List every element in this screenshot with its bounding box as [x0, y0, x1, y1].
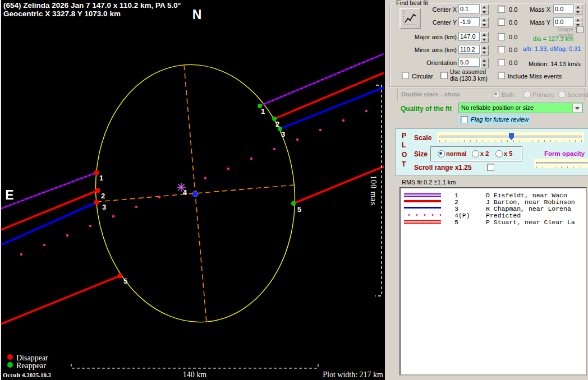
occultation-plot-canvas[interactable]: 1 2 3 5 1 2 3 5 4 (654) Zelinda 2026 Jan…: [1, 0, 385, 380]
minor-axis-label: Minor axis (km): [386, 47, 457, 53]
center-y-lock-checkbox[interactable]: [498, 18, 505, 26]
chord-list-row-3[interactable]: 3 R Chapman, near Lorena: [401, 205, 586, 212]
center-y-spinner[interactable]: [480, 17, 489, 27]
major-axis-spinner[interactable]: [480, 32, 489, 42]
control-panel: Find best fit Center X 0.0 Center Y 0.0 …: [385, 0, 588, 380]
chord-list[interactable]: 1 D Eisfeldt, near Waco 2 J Barton, near…: [399, 187, 587, 376]
mass-x-input[interactable]: [553, 4, 573, 13]
mass-x-spinner[interactable]: [574, 4, 582, 15]
plot-panel-letter-o: O: [402, 151, 407, 159]
shape-model-checkbox[interactable]: [576, 26, 584, 33]
size-x5-radio[interactable]: [495, 150, 503, 157]
plot-panel-letter-l: L: [402, 141, 406, 149]
scale-slider-ticks: [439, 140, 582, 142]
scale-slider-thumb[interactable]: [509, 133, 514, 140]
double-stars-group: Double stars - show Both Primary Seconda…: [397, 88, 585, 101]
quality-of-fit-dropdown[interactable]: No reliable position or size: [458, 103, 583, 113]
orientation-lock-checkbox[interactable]: [498, 59, 505, 66]
plot-width-label: Plot width: 217 km: [323, 370, 383, 379]
orientation-spinner[interactable]: [480, 58, 489, 68]
major-axis-label: Major axis (km): [386, 34, 457, 40]
disappear-point-3[interactable]: [94, 200, 99, 205]
minor-axis-spinner[interactable]: [480, 45, 489, 55]
predicted-label-4: 4: [183, 188, 187, 197]
center-y-input[interactable]: [458, 17, 480, 26]
mass-y-input[interactable]: [553, 17, 573, 26]
size-x2-radio[interactable]: [472, 150, 479, 157]
size-x5-label: x 5: [504, 150, 512, 157]
chord-list-row-1[interactable]: 1 D Eisfeldt, near Waco: [401, 192, 586, 198]
disappear-label-5: 5: [123, 277, 127, 285]
size-normal-radio[interactable]: [438, 150, 445, 157]
form-opacity-slider-groove: [536, 162, 588, 165]
reappear-point-5[interactable]: [291, 201, 296, 206]
predicted-star-center: [180, 186, 182, 188]
disappear-label-2: 2: [101, 192, 105, 200]
diameter-readout: dia = 127.3 km: [525, 35, 581, 42]
use-assumed-label-line1: Use assumed: [450, 68, 486, 75]
axis-ratio-readout: a/b: 1.33, dMag: 0.31: [517, 45, 587, 52]
major-axis-input[interactable]: [458, 32, 480, 41]
double-stars-primary-label: Primary: [532, 91, 554, 98]
chord-1-left[interactable]: [1, 173, 97, 208]
find-best-fit-title: Find best fit: [394, 0, 430, 6]
orientation-label: Orientation: [386, 59, 457, 66]
double-stars-primary-radio[interactable]: [523, 91, 531, 98]
double-stars-both-label: Both: [502, 91, 514, 98]
use-assumed-checkbox[interactable]: [440, 72, 448, 79]
center-x-spinner[interactable]: [480, 4, 489, 15]
scale-label: Scale: [414, 134, 431, 142]
motion-readout: Motion: 14.13 km/s: [525, 61, 584, 67]
disappear-point-2[interactable]: [95, 188, 100, 193]
form-opacity-slider[interactable]: [534, 159, 588, 168]
plot-controls-panel: P L O T Scale Size normal x 2 x 5 Form o…: [395, 128, 588, 175]
plot-title-line2: Geocentric X 3327.8 Y 1073.0 km: [3, 10, 121, 18]
minor-axis-input[interactable]: [458, 45, 480, 54]
disappear-legend-label: Disappear: [16, 354, 48, 362]
mas-scale-label: 100 mas: [369, 175, 378, 206]
minor-axis-lock-checkbox[interactable]: [498, 46, 505, 53]
circular-checkbox[interactable]: [402, 72, 409, 79]
reappear-label-5: 5: [297, 205, 301, 214]
double-stars-both-radio[interactable]: [493, 91, 500, 98]
quality-of-fit-label: Quality of the fit: [401, 105, 452, 113]
disappear-point-5[interactable]: [118, 274, 123, 279]
occult-window: 1 2 3 5 1 2 3 5 4 (654) Zelinda 2026 Jan…: [0, 0, 588, 380]
center-x-lock-checkbox[interactable]: [498, 6, 505, 13]
km-scale-label: 140 km: [183, 370, 207, 379]
chord-list-row-2[interactable]: 2 J Barton, near Robinson: [401, 198, 586, 205]
chord-list-row-4[interactable]: 4(P) Predicted: [401, 212, 586, 219]
scroll-range-checkbox[interactable]: [487, 164, 494, 171]
form-opacity-slider-ticks: [536, 166, 588, 168]
include-miss-checkbox[interactable]: [498, 72, 505, 79]
north-label: N: [192, 7, 202, 22]
reappear-label-1: 1: [261, 107, 265, 115]
disappear-point-1[interactable]: [94, 170, 99, 175]
major-axis-lock-checkbox[interactable]: [498, 33, 505, 40]
orientation-aux-value: 0.0: [509, 59, 517, 66]
minor-axis-aux-value: 0.0: [509, 47, 517, 53]
chord-2-right[interactable]: [274, 73, 384, 119]
double-stars-title: Double stars - show: [401, 91, 460, 98]
use-assumed-label-line2: dia (130.3 km): [450, 75, 488, 82]
double-stars-secondary-label: Secondary: [567, 91, 588, 98]
reappear-label-3: 3: [281, 130, 285, 138]
circular-label: Circular: [412, 73, 433, 80]
chord-list-row-5[interactable]: 5 P Stuart, near Clear La: [401, 219, 586, 225]
disappear-legend-dot: [7, 354, 13, 360]
center-x-label: Center X: [386, 6, 457, 13]
center-x-input[interactable]: [458, 4, 480, 13]
chord-5-left[interactable]: [1, 276, 120, 324]
dropdown-chevron-icon[interactable]: [572, 104, 582, 112]
reappear-label-2: 2: [275, 120, 279, 128]
scale-slider[interactable]: [437, 132, 584, 142]
major-axis-aux-value: 0.0: [509, 34, 517, 40]
double-stars-secondary-radio[interactable]: [558, 91, 566, 98]
flag-review-row: Flag for future review: [458, 115, 530, 124]
orientation-input[interactable]: [458, 58, 480, 67]
plot-panel-letter-t: T: [402, 160, 406, 168]
flag-review-checkbox[interactable]: [461, 116, 468, 123]
chord-2-swatch: [404, 200, 441, 202]
version-label: Occult 4.2025.10.2: [3, 372, 52, 378]
ellipse-center-marker[interactable]: [192, 191, 198, 197]
